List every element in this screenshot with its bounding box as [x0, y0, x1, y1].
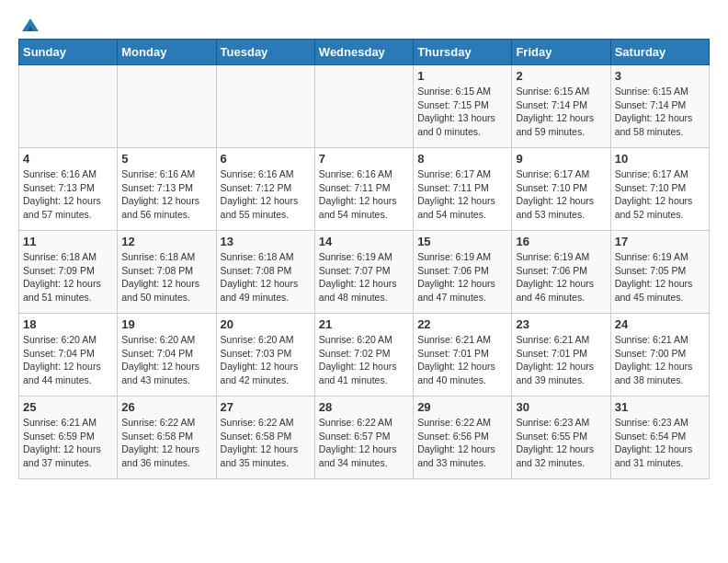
calendar-cell: 5 Sunrise: 6:16 AMSunset: 7:13 PMDayligh… [118, 148, 216, 231]
calendar-cell [216, 65, 314, 148]
day-info: Sunrise: 6:19 AMSunset: 7:06 PMDaylight:… [417, 251, 495, 303]
day-info: Sunrise: 6:22 AMSunset: 6:56 PMDaylight:… [417, 417, 495, 468]
weekday-header: Friday [512, 40, 610, 65]
day-info: Sunrise: 6:22 AMSunset: 6:57 PMDaylight:… [319, 417, 397, 468]
week-row: 11 Sunrise: 6:18 AMSunset: 7:09 PMDaylig… [19, 231, 710, 314]
day-number: 31 [615, 400, 705, 414]
weekday-header: Monday [118, 40, 216, 65]
calendar-cell: 3 Sunrise: 6:15 AMSunset: 7:14 PMDayligh… [610, 65, 709, 148]
calendar-cell: 13 Sunrise: 6:18 AMSunset: 7:08 PMDaylig… [216, 231, 314, 314]
day-info: Sunrise: 6:16 AMSunset: 7:11 PMDaylight:… [319, 168, 397, 220]
day-info: Sunrise: 6:23 AMSunset: 6:55 PMDaylight:… [516, 417, 594, 468]
weekday-header-row: SundayMondayTuesdayWednesdayThursdayFrid… [19, 40, 710, 65]
header [18, 18, 710, 29]
day-number: 18 [23, 317, 113, 331]
day-number: 29 [417, 400, 507, 414]
calendar-cell: 19 Sunrise: 6:20 AMSunset: 7:04 PMDaylig… [118, 314, 216, 396]
day-number: 13 [221, 235, 311, 248]
calendar-cell: 6 Sunrise: 6:16 AMSunset: 7:12 PMDayligh… [216, 148, 314, 231]
calendar-cell: 28 Sunrise: 6:22 AMSunset: 6:57 PMDaylig… [314, 396, 413, 479]
calendar-cell: 2 Sunrise: 6:15 AMSunset: 7:14 PMDayligh… [512, 65, 610, 148]
day-info: Sunrise: 6:23 AMSunset: 6:54 PMDaylight:… [615, 417, 693, 468]
day-info: Sunrise: 6:21 AMSunset: 7:00 PMDaylight:… [615, 334, 693, 385]
calendar-cell: 15 Sunrise: 6:19 AMSunset: 7:06 PMDaylig… [414, 231, 512, 314]
weekday-header: Saturday [610, 40, 709, 65]
day-number: 16 [516, 235, 606, 248]
day-info: Sunrise: 6:19 AMSunset: 7:06 PMDaylight:… [516, 251, 594, 303]
day-number: 25 [23, 400, 113, 414]
logo [18, 18, 40, 29]
week-row: 18 Sunrise: 6:20 AMSunset: 7:04 PMDaylig… [19, 314, 710, 396]
day-info: Sunrise: 6:18 AMSunset: 7:08 PMDaylight:… [121, 251, 199, 303]
day-number: 11 [23, 235, 113, 248]
day-info: Sunrise: 6:18 AMSunset: 7:09 PMDaylight:… [23, 251, 101, 303]
day-number: 2 [516, 69, 606, 83]
day-info: Sunrise: 6:15 AMSunset: 7:14 PMDaylight:… [516, 86, 594, 137]
calendar-cell: 9 Sunrise: 6:17 AMSunset: 7:10 PMDayligh… [512, 148, 610, 231]
calendar-cell: 21 Sunrise: 6:20 AMSunset: 7:02 PMDaylig… [314, 314, 413, 396]
calendar-cell: 26 Sunrise: 6:22 AMSunset: 6:58 PMDaylig… [118, 396, 216, 479]
calendar-cell: 18 Sunrise: 6:20 AMSunset: 7:04 PMDaylig… [19, 314, 118, 396]
calendar-cell: 4 Sunrise: 6:16 AMSunset: 7:13 PMDayligh… [19, 148, 118, 231]
day-info: Sunrise: 6:22 AMSunset: 6:58 PMDaylight:… [121, 417, 199, 468]
calendar-cell: 7 Sunrise: 6:16 AMSunset: 7:11 PMDayligh… [314, 148, 413, 231]
day-number: 30 [516, 400, 606, 414]
day-number: 20 [221, 317, 311, 331]
day-number: 21 [319, 317, 409, 331]
day-info: Sunrise: 6:21 AMSunset: 7:01 PMDaylight:… [417, 334, 495, 385]
calendar-cell: 8 Sunrise: 6:17 AMSunset: 7:11 PMDayligh… [414, 148, 512, 231]
logo-icon [20, 17, 40, 33]
day-info: Sunrise: 6:22 AMSunset: 6:58 PMDaylight:… [221, 417, 299, 468]
day-info: Sunrise: 6:16 AMSunset: 7:13 PMDaylight:… [23, 168, 101, 220]
day-number: 28 [319, 400, 409, 414]
day-number: 3 [615, 69, 705, 83]
calendar-cell [19, 65, 118, 148]
calendar-cell [314, 65, 413, 148]
day-number: 10 [615, 152, 705, 166]
weekday-header: Sunday [19, 40, 118, 65]
day-info: Sunrise: 6:15 AMSunset: 7:15 PMDaylight:… [417, 86, 495, 137]
weekday-header: Tuesday [216, 40, 314, 65]
day-number: 9 [516, 152, 606, 166]
day-info: Sunrise: 6:16 AMSunset: 7:12 PMDaylight:… [221, 168, 299, 220]
day-number: 19 [121, 317, 211, 331]
weekday-header: Wednesday [314, 40, 413, 65]
day-info: Sunrise: 6:17 AMSunset: 7:10 PMDaylight:… [516, 168, 594, 220]
calendar-cell: 27 Sunrise: 6:22 AMSunset: 6:58 PMDaylig… [216, 396, 314, 479]
day-number: 24 [615, 317, 705, 331]
day-info: Sunrise: 6:17 AMSunset: 7:11 PMDaylight:… [417, 168, 495, 220]
weekday-header: Thursday [414, 40, 512, 65]
week-row: 4 Sunrise: 6:16 AMSunset: 7:13 PMDayligh… [19, 148, 710, 231]
calendar-table: SundayMondayTuesdayWednesdayThursdayFrid… [18, 39, 710, 479]
day-info: Sunrise: 6:16 AMSunset: 7:13 PMDaylight:… [121, 168, 199, 220]
day-info: Sunrise: 6:18 AMSunset: 7:08 PMDaylight:… [221, 251, 299, 303]
calendar-cell: 25 Sunrise: 6:21 AMSunset: 6:59 PMDaylig… [19, 396, 118, 479]
day-info: Sunrise: 6:20 AMSunset: 7:04 PMDaylight:… [23, 334, 101, 385]
day-info: Sunrise: 6:21 AMSunset: 7:01 PMDaylight:… [516, 334, 594, 385]
day-info: Sunrise: 6:20 AMSunset: 7:03 PMDaylight:… [221, 334, 299, 385]
day-info: Sunrise: 6:20 AMSunset: 7:04 PMDaylight:… [121, 334, 199, 385]
calendar-cell [118, 65, 216, 148]
day-number: 23 [516, 317, 606, 331]
calendar-cell: 1 Sunrise: 6:15 AMSunset: 7:15 PMDayligh… [414, 65, 512, 148]
day-info: Sunrise: 6:19 AMSunset: 7:05 PMDaylight:… [615, 251, 693, 303]
day-number: 8 [417, 152, 507, 166]
calendar-cell: 30 Sunrise: 6:23 AMSunset: 6:55 PMDaylig… [512, 396, 610, 479]
day-info: Sunrise: 6:17 AMSunset: 7:10 PMDaylight:… [615, 168, 693, 220]
day-info: Sunrise: 6:19 AMSunset: 7:07 PMDaylight:… [319, 251, 397, 303]
calendar-cell: 12 Sunrise: 6:18 AMSunset: 7:08 PMDaylig… [118, 231, 216, 314]
day-number: 1 [417, 69, 507, 83]
calendar-cell: 31 Sunrise: 6:23 AMSunset: 6:54 PMDaylig… [610, 396, 709, 479]
day-number: 7 [319, 152, 409, 166]
day-number: 6 [221, 152, 311, 166]
day-number: 14 [319, 235, 409, 248]
calendar-cell: 11 Sunrise: 6:18 AMSunset: 7:09 PMDaylig… [19, 231, 118, 314]
day-number: 27 [221, 400, 311, 414]
day-info: Sunrise: 6:15 AMSunset: 7:14 PMDaylight:… [615, 86, 693, 137]
calendar-cell: 10 Sunrise: 6:17 AMSunset: 7:10 PMDaylig… [610, 148, 709, 231]
calendar-cell: 20 Sunrise: 6:20 AMSunset: 7:03 PMDaylig… [216, 314, 314, 396]
day-info: Sunrise: 6:20 AMSunset: 7:02 PMDaylight:… [319, 334, 397, 385]
day-number: 5 [121, 152, 211, 166]
day-number: 26 [121, 400, 211, 414]
week-row: 25 Sunrise: 6:21 AMSunset: 6:59 PMDaylig… [19, 396, 710, 479]
